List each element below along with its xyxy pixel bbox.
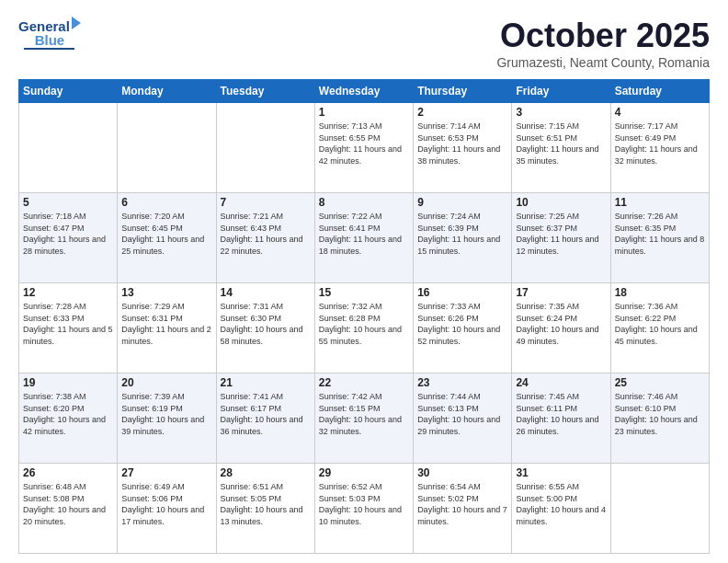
title-block: October 2025 Grumazesti, Neamt County, R… xyxy=(496,17,710,70)
cell-week3-day5: 17Sunrise: 7:35 AM Sunset: 6:24 PM Dayli… xyxy=(512,283,610,373)
cell-week4-day1: 20Sunrise: 7:39 AM Sunset: 6:19 PM Dayli… xyxy=(118,373,216,464)
header: General Blue October 2025 Grumazesti, Ne… xyxy=(18,17,710,70)
day-number: 4 xyxy=(615,106,705,119)
cell-week2-day1: 6Sunrise: 7:20 AM Sunset: 6:45 PM Daylig… xyxy=(118,193,216,283)
day-info: Sunrise: 7:36 AM Sunset: 6:22 PM Dayligh… xyxy=(615,301,705,347)
cell-week3-day2: 14Sunrise: 7:31 AM Sunset: 6:30 PM Dayli… xyxy=(216,283,314,373)
day-number: 21 xyxy=(221,376,311,389)
day-info: Sunrise: 6:51 AM Sunset: 5:05 PM Dayligh… xyxy=(221,481,311,527)
day-info: Sunrise: 7:32 AM Sunset: 6:28 PM Dayligh… xyxy=(319,301,409,347)
cell-week2-day5: 10Sunrise: 7:25 AM Sunset: 6:37 PM Dayli… xyxy=(512,193,610,283)
cell-week5-day6 xyxy=(610,464,709,554)
day-number: 24 xyxy=(516,376,606,389)
cell-week3-day4: 16Sunrise: 7:33 AM Sunset: 6:26 PM Dayli… xyxy=(414,283,512,373)
day-number: 9 xyxy=(417,196,507,209)
col-monday: Monday xyxy=(118,80,216,103)
day-info: Sunrise: 7:28 AM Sunset: 6:33 PM Dayligh… xyxy=(23,301,113,347)
day-info: Sunrise: 7:29 AM Sunset: 6:31 PM Dayligh… xyxy=(121,301,211,347)
day-info: Sunrise: 6:54 AM Sunset: 5:02 PM Dayligh… xyxy=(417,481,507,527)
day-number: 6 xyxy=(121,196,211,209)
day-number: 11 xyxy=(615,196,705,209)
col-thursday: Thursday xyxy=(414,80,512,103)
day-number: 14 xyxy=(221,286,311,299)
day-info: Sunrise: 7:39 AM Sunset: 6:19 PM Dayligh… xyxy=(121,391,211,437)
day-info: Sunrise: 6:49 AM Sunset: 5:06 PM Dayligh… xyxy=(121,481,211,527)
cell-week2-day6: 11Sunrise: 7:26 AM Sunset: 6:35 PM Dayli… xyxy=(610,193,709,283)
col-saturday: Saturday xyxy=(610,80,709,103)
location-subtitle: Grumazesti, Neamt County, Romania xyxy=(496,55,710,70)
day-number: 5 xyxy=(23,196,113,209)
day-info: Sunrise: 7:33 AM Sunset: 6:26 PM Dayligh… xyxy=(417,301,507,347)
day-number: 17 xyxy=(516,286,606,299)
cell-week1-day1 xyxy=(118,103,216,193)
day-number: 27 xyxy=(121,466,211,479)
day-info: Sunrise: 7:42 AM Sunset: 6:15 PM Dayligh… xyxy=(319,391,409,437)
day-number: 7 xyxy=(221,196,311,209)
day-number: 31 xyxy=(516,466,606,479)
cell-week1-day3: 1Sunrise: 7:13 AM Sunset: 6:55 PM Daylig… xyxy=(314,103,413,193)
day-info: Sunrise: 6:52 AM Sunset: 5:03 PM Dayligh… xyxy=(319,481,409,527)
logo-general: General xyxy=(18,19,70,33)
calendar-page: General Blue October 2025 Grumazesti, Ne… xyxy=(0,0,728,563)
cell-week5-day5: 31Sunrise: 6:55 AM Sunset: 5:00 PM Dayli… xyxy=(512,464,610,554)
cell-week1-day4: 2Sunrise: 7:14 AM Sunset: 6:53 PM Daylig… xyxy=(414,103,512,193)
day-info: Sunrise: 6:55 AM Sunset: 5:00 PM Dayligh… xyxy=(516,481,606,527)
day-info: Sunrise: 7:17 AM Sunset: 6:49 PM Dayligh… xyxy=(615,121,705,167)
cell-week2-day2: 7Sunrise: 7:21 AM Sunset: 6:43 PM Daylig… xyxy=(216,193,314,283)
day-number: 2 xyxy=(417,106,507,119)
logo-blue: Blue xyxy=(35,33,65,47)
day-info: Sunrise: 7:46 AM Sunset: 6:10 PM Dayligh… xyxy=(615,391,705,437)
calendar-table: Sunday Monday Tuesday Wednesday Thursday… xyxy=(18,79,710,554)
day-info: Sunrise: 6:48 AM Sunset: 5:08 PM Dayligh… xyxy=(23,481,113,527)
day-info: Sunrise: 7:35 AM Sunset: 6:24 PM Dayligh… xyxy=(516,301,606,347)
day-number: 16 xyxy=(417,286,507,299)
week-row-4: 19Sunrise: 7:38 AM Sunset: 6:20 PM Dayli… xyxy=(19,373,710,464)
day-number: 19 xyxy=(23,376,113,389)
day-number: 28 xyxy=(221,466,311,479)
day-info: Sunrise: 7:26 AM Sunset: 6:35 PM Dayligh… xyxy=(615,211,705,257)
day-number: 20 xyxy=(121,376,211,389)
month-title: October 2025 xyxy=(496,17,710,55)
col-friday: Friday xyxy=(512,80,610,103)
week-row-1: 1Sunrise: 7:13 AM Sunset: 6:55 PM Daylig… xyxy=(19,103,710,193)
day-info: Sunrise: 7:38 AM Sunset: 6:20 PM Dayligh… xyxy=(23,391,113,437)
day-info: Sunrise: 7:13 AM Sunset: 6:55 PM Dayligh… xyxy=(319,121,409,167)
day-number: 8 xyxy=(319,196,409,209)
week-row-5: 26Sunrise: 6:48 AM Sunset: 5:08 PM Dayli… xyxy=(19,464,710,554)
cell-week4-day0: 19Sunrise: 7:38 AM Sunset: 6:20 PM Dayli… xyxy=(19,373,118,464)
cell-week3-day1: 13Sunrise: 7:29 AM Sunset: 6:31 PM Dayli… xyxy=(118,283,216,373)
day-number: 3 xyxy=(516,106,606,119)
cell-week4-day5: 24Sunrise: 7:45 AM Sunset: 6:11 PM Dayli… xyxy=(512,373,610,464)
calendar-header-row: Sunday Monday Tuesday Wednesday Thursday… xyxy=(19,80,710,103)
day-info: Sunrise: 7:22 AM Sunset: 6:41 PM Dayligh… xyxy=(319,211,409,257)
cell-week3-day6: 18Sunrise: 7:36 AM Sunset: 6:22 PM Dayli… xyxy=(610,283,709,373)
col-tuesday: Tuesday xyxy=(216,80,314,103)
day-number: 22 xyxy=(319,376,409,389)
day-info: Sunrise: 7:44 AM Sunset: 6:13 PM Dayligh… xyxy=(417,391,507,437)
day-number: 26 xyxy=(23,466,113,479)
col-wednesday: Wednesday xyxy=(314,80,413,103)
cell-week2-day3: 8Sunrise: 7:22 AM Sunset: 6:41 PM Daylig… xyxy=(314,193,413,283)
cell-week1-day0 xyxy=(19,103,118,193)
day-number: 13 xyxy=(121,286,211,299)
cell-week4-day2: 21Sunrise: 7:41 AM Sunset: 6:17 PM Dayli… xyxy=(216,373,314,464)
cell-week5-day0: 26Sunrise: 6:48 AM Sunset: 5:08 PM Dayli… xyxy=(19,464,118,554)
col-sunday: Sunday xyxy=(19,80,118,103)
day-info: Sunrise: 7:21 AM Sunset: 6:43 PM Dayligh… xyxy=(221,211,311,257)
day-number: 1 xyxy=(319,106,409,119)
cell-week5-day4: 30Sunrise: 6:54 AM Sunset: 5:02 PM Dayli… xyxy=(414,464,512,554)
cell-week5-day3: 29Sunrise: 6:52 AM Sunset: 5:03 PM Dayli… xyxy=(314,464,413,554)
cell-week4-day4: 23Sunrise: 7:44 AM Sunset: 6:13 PM Dayli… xyxy=(414,373,512,464)
cell-week4-day3: 22Sunrise: 7:42 AM Sunset: 6:15 PM Dayli… xyxy=(314,373,413,464)
cell-week5-day1: 27Sunrise: 6:49 AM Sunset: 5:06 PM Dayli… xyxy=(118,464,216,554)
day-number: 10 xyxy=(516,196,606,209)
day-number: 15 xyxy=(319,286,409,299)
day-number: 29 xyxy=(319,466,409,479)
cell-week3-day0: 12Sunrise: 7:28 AM Sunset: 6:33 PM Dayli… xyxy=(19,283,118,373)
day-info: Sunrise: 7:20 AM Sunset: 6:45 PM Dayligh… xyxy=(121,211,211,257)
day-number: 25 xyxy=(615,376,705,389)
day-info: Sunrise: 7:31 AM Sunset: 6:30 PM Dayligh… xyxy=(221,301,311,347)
logo-icon: General Blue xyxy=(18,17,81,50)
day-info: Sunrise: 7:18 AM Sunset: 6:47 PM Dayligh… xyxy=(23,211,113,257)
day-info: Sunrise: 7:41 AM Sunset: 6:17 PM Dayligh… xyxy=(221,391,311,437)
